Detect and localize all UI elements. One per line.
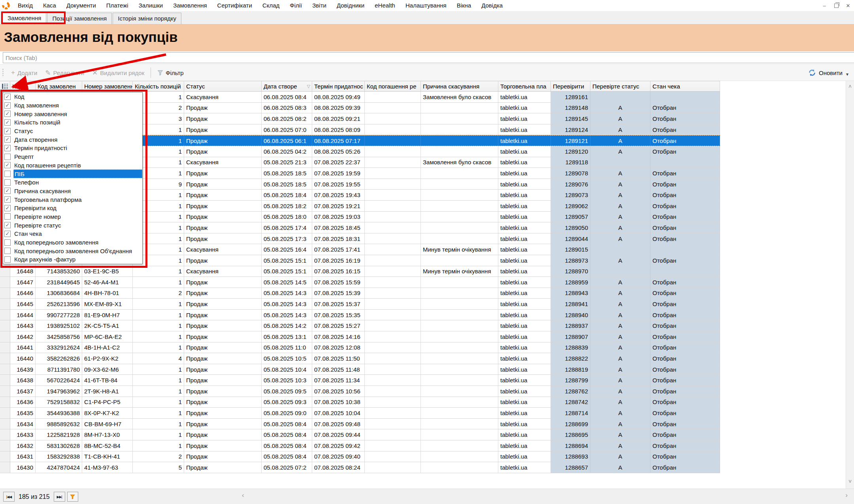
menu-item[interactable]: Звіти	[307, 0, 332, 11]
table-cell[interactable]: Отобран	[650, 440, 720, 451]
column-header[interactable]: Код замовлен	[36, 81, 82, 91]
table-cell[interactable]: Отобран	[650, 429, 720, 440]
table-cell[interactable]: 16444	[10, 310, 36, 320]
column-chooser-item[interactable]: Коди рахунків -фактур	[3, 255, 142, 264]
table-cell[interactable]: 1288693	[551, 451, 590, 462]
table-cell[interactable]: CB-BM-69-H7	[82, 419, 133, 429]
checkbox-unchecked-icon[interactable]	[4, 239, 11, 246]
table-cell[interactable]	[365, 266, 421, 277]
table-cell[interactable]: 1288695	[551, 429, 590, 440]
table-cell[interactable]: Продаж	[184, 168, 262, 179]
table-cell[interactable]: 07.08.2025 15:59	[312, 277, 365, 288]
table-cell[interactable]: A	[590, 146, 650, 157]
table-cell[interactable]: 3544936388	[36, 408, 82, 418]
table-cell[interactable]: 07.08.2025 10:56	[312, 386, 365, 397]
table-cell[interactable]: Продаж	[184, 462, 262, 473]
table-cell[interactable]: 1306836684	[36, 288, 82, 299]
column-chooser-item[interactable]: ✓Термін придатності	[3, 144, 142, 152]
table-cell[interactable]: 05.08.2025 14:3	[262, 299, 312, 309]
table-cell[interactable]: 06.08.2025 08:2	[262, 113, 312, 124]
table-cell[interactable]: Отобран	[650, 277, 720, 288]
table-cell[interactable]: A	[590, 419, 650, 429]
table-cell[interactable]: 07.08.2025 14:16	[312, 331, 365, 342]
table-cell[interactable]: Продаж	[184, 320, 262, 331]
table-cell[interactable]	[365, 462, 421, 473]
table-cell[interactable]: 07.08.2025 16:15	[312, 266, 365, 277]
table-cell[interactable]: 05.08.2025 18:0	[262, 212, 312, 222]
table-cell[interactable]: Отобран	[650, 135, 720, 146]
table-cell[interactable]: Продаж	[184, 222, 262, 233]
table-cell[interactable]: 08.08.2025 09:39	[312, 103, 365, 113]
table-cell[interactable]: A	[590, 364, 650, 375]
scroll-left-icon[interactable]: ‹	[242, 491, 244, 499]
table-cell[interactable]: 16443	[10, 320, 36, 331]
table-cell[interactable]: 05.08.2025 17:3	[262, 233, 312, 244]
table-cell[interactable]: 08.08.2025 09:21	[312, 113, 365, 124]
table-cell[interactable]: tabletki.ua	[498, 277, 551, 288]
table-cell[interactable]: 07.08.2025 08:24	[312, 462, 365, 473]
table-cell[interactable]: tabletki.ua	[498, 103, 551, 113]
table-cell[interactable]: Продаж	[184, 190, 262, 200]
table-cell[interactable]: Продаж	[184, 375, 262, 386]
checkbox-checked-icon[interactable]: ✓	[4, 128, 11, 134]
table-cell[interactable]: Отобран	[650, 201, 720, 211]
column-chooser-item[interactable]: Код попереднього замовлення	[3, 238, 142, 247]
table-cell[interactable]: 03-E1-9C-B5	[82, 266, 133, 277]
table-cell[interactable]: 05.08.2025 09:5	[262, 386, 312, 397]
table-cell[interactable]: Продаж	[184, 364, 262, 375]
table-cell[interactable]: 1	[133, 310, 184, 320]
table-cell[interactable]: Скасування	[184, 157, 262, 168]
table-cell[interactable]: tabletki.ua	[498, 255, 551, 266]
table-cell[interactable]	[365, 408, 421, 418]
column-header[interactable]: Стан чека	[650, 81, 720, 91]
table-cell[interactable]: Отобран	[650, 462, 720, 473]
table-cell[interactable]: Продаж	[184, 353, 262, 364]
table-cell[interactable]: 05.08.2025 10:3	[262, 375, 312, 386]
table-cell[interactable]: 41-M3-97-63	[82, 462, 133, 473]
column-header[interactable]: Код погашення ре	[365, 81, 421, 91]
table-cell[interactable]	[650, 266, 720, 277]
table-cell[interactable]: 41-6T-TB-84	[82, 375, 133, 386]
table-cell[interactable]	[365, 124, 421, 135]
table-cell[interactable]	[365, 397, 421, 408]
table-cell[interactable]: tabletki.ua	[498, 288, 551, 299]
table-cell[interactable]: tabletki.ua	[498, 157, 551, 168]
column-chooser-item[interactable]: Телефон	[3, 178, 142, 187]
table-cell[interactable]: A	[590, 179, 650, 190]
table-cell[interactable]: Замовлення було скасов	[421, 92, 498, 102]
column-header[interactable]: Перевірте статус	[590, 81, 650, 91]
table-cell[interactable]: Отобран	[650, 288, 720, 299]
table-cell[interactable]: Отобран	[650, 103, 720, 113]
table-row[interactable]: 1643312258219288M-H7-13-X01Продаж05.08.2…	[0, 429, 720, 440]
table-cell[interactable]: 05.08.2025 18:5	[262, 168, 312, 179]
table-cell[interactable]: 07.08.2025 09:40	[312, 451, 365, 462]
table-cell[interactable]	[421, 320, 498, 331]
table-cell[interactable]	[421, 222, 498, 233]
table-cell[interactable]	[421, 364, 498, 375]
table-cell[interactable]: tabletki.ua	[498, 146, 551, 157]
table-cell[interactable]: 1289078	[551, 168, 590, 179]
table-cell[interactable]: 2318449645	[36, 277, 82, 288]
table-cell[interactable]: Отобран	[650, 113, 720, 124]
table-cell[interactable]: tabletki.ua	[498, 179, 551, 190]
restore-button[interactable]	[830, 1, 842, 10]
table-cell[interactable]	[421, 124, 498, 135]
minimize-button[interactable]: –	[818, 1, 830, 10]
column-chooser-item[interactable]: ПІБ	[3, 169, 142, 178]
table-cell[interactable]: 05.08.2025 21:3	[262, 157, 312, 168]
table-cell[interactable]: Продаж	[184, 103, 262, 113]
table-cell[interactable]	[421, 331, 498, 342]
table-cell[interactable]: tabletki.ua	[498, 386, 551, 397]
table-cell[interactable]: 3332912624	[36, 342, 82, 353]
scroll-up-icon[interactable]: ˄	[846, 83, 854, 90]
table-cell[interactable]: 1288937	[551, 320, 590, 331]
table-row[interactable]: 16444990727722881-E9-0M-H71Продаж05.08.2…	[0, 310, 720, 321]
table-cell[interactable]	[365, 244, 421, 255]
table-cell[interactable]: A	[590, 299, 650, 309]
table-cell[interactable]: 1289015	[551, 244, 590, 255]
table-cell[interactable]: tabletki.ua	[498, 168, 551, 179]
scroll-down-icon[interactable]: ˅	[846, 478, 854, 485]
table-cell[interactable]	[365, 146, 421, 157]
table-cell[interactable]: 07.08.2025 09:44	[312, 429, 365, 440]
table-cell[interactable]: A	[590, 353, 650, 364]
